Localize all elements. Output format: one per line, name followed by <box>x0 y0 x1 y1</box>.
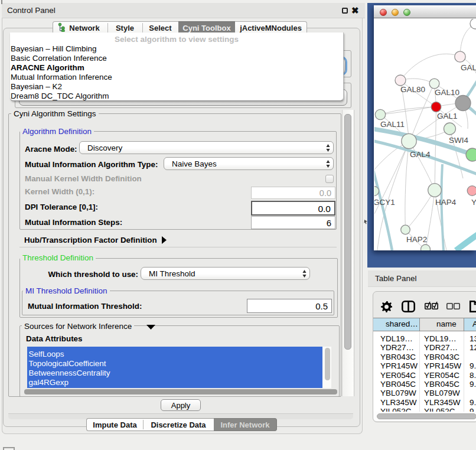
svg-text:GAL4: GAL4 <box>410 150 431 159</box>
svg-text:GAL80: GAL80 <box>400 85 425 94</box>
svg-text:HAP4: HAP4 <box>435 198 457 207</box>
svg-text:GAL11: GAL11 <box>380 120 405 129</box>
svg-text:GAL10: GAL10 <box>435 88 459 97</box>
svg-text:Y: Y <box>471 198 476 207</box>
svg-text:GCY1: GCY1 <box>374 198 395 207</box>
svg-text:SWI4: SWI4 <box>449 136 468 145</box>
svg-text:GAL1: GAL1 <box>437 112 458 120</box>
svg-text:GAL7: GAL7 <box>461 63 476 72</box>
svg-text:HAP2: HAP2 <box>406 235 427 244</box>
